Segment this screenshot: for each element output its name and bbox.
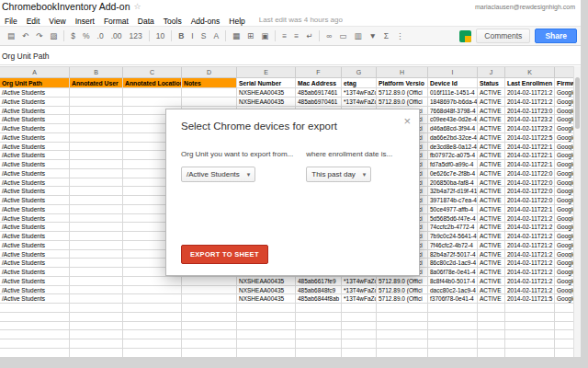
- cell[interactable]: /Active Students: [0, 241, 70, 250]
- cell[interactable]: *13T4wFaZo04vc: [342, 277, 377, 286]
- font-size-value[interactable]: 10: [153, 27, 168, 45]
- cell[interactable]: [70, 88, 123, 98]
- filter-icon[interactable]: ▼: [365, 27, 379, 45]
- cell[interactable]: [70, 115, 123, 124]
- scrollbar-thumb[interactable]: [575, 77, 580, 129]
- header-cell[interactable]: Annotated User: [70, 78, 123, 88]
- cell[interactable]: [182, 286, 237, 295]
- horizontal-align-icon[interactable]: ≡: [278, 27, 290, 45]
- enrollment-date-select[interactable]: This past day ▾: [306, 167, 371, 182]
- cell[interactable]: [182, 330, 237, 339]
- cell[interactable]: [478, 313, 505, 322]
- cell[interactable]: [505, 313, 555, 322]
- cell[interactable]: [182, 277, 237, 286]
- cell[interactable]: Google_P: [555, 286, 573, 295]
- cell[interactable]: /Active Students: [0, 286, 70, 295]
- cell[interactable]: 86c80c2d-1ac9-4: [428, 259, 478, 268]
- cell[interactable]: [237, 313, 296, 322]
- cell[interactable]: 2014-02-11T21:2: [505, 88, 555, 98]
- org-unit-select[interactable]: /Active Students ▾: [181, 167, 255, 182]
- cell[interactable]: 485ab6844f8ab: [296, 294, 342, 304]
- fill-color-icon[interactable]: ▦: [229, 27, 243, 45]
- header-cell[interactable]: Annotated Location: [123, 78, 182, 88]
- header-cell[interactable]: Firmware: [555, 78, 573, 88]
- cell[interactable]: ACTIVE: [478, 143, 505, 152]
- column-header-I[interactable]: I: [428, 67, 478, 78]
- cell[interactable]: fb07972c-a075-4: [428, 151, 478, 160]
- cell[interactable]: ACTIVE: [478, 98, 505, 107]
- cell[interactable]: /Active Students: [0, 250, 70, 259]
- menu-format[interactable]: Format: [99, 17, 133, 26]
- cell[interactable]: Google_P: [555, 214, 573, 224]
- cell[interactable]: [70, 205, 123, 214]
- paint-format-icon[interactable]: ▨: [46, 27, 61, 45]
- column-header-A[interactable]: A: [0, 67, 70, 78]
- cell[interactable]: da66e2bd-32ce-4: [428, 133, 478, 143]
- close-icon[interactable]: ×: [403, 114, 411, 128]
- cell[interactable]: d46a68cd-3f94-4: [428, 124, 478, 133]
- cell[interactable]: [70, 223, 123, 232]
- cell[interactable]: Google_P: [555, 277, 573, 286]
- export-to-sheet-button[interactable]: EXPORT TO SHEET: [181, 245, 268, 264]
- cell[interactable]: 3971874b-c7ea-4: [428, 196, 478, 205]
- cell[interactable]: *13T4wFaZo04vc: [342, 286, 377, 295]
- insert-chart-icon[interactable]: ▥: [350, 27, 365, 45]
- decrease-decimal-icon[interactable]: .0: [94, 27, 107, 45]
- cell[interactable]: /Active Students: [0, 196, 70, 205]
- cell[interactable]: NXSHEAA00435: [237, 98, 296, 107]
- cell[interactable]: [478, 339, 505, 349]
- cell[interactable]: 7b9c0c24-5641-4: [428, 232, 478, 241]
- bold-icon[interactable]: B: [175, 27, 187, 45]
- cell[interactable]: Google_P: [555, 124, 573, 133]
- cell[interactable]: [0, 304, 70, 313]
- cell[interactable]: /Active Students: [0, 143, 70, 152]
- cell[interactable]: [0, 313, 70, 322]
- cell[interactable]: [237, 322, 296, 331]
- cell[interactable]: [70, 98, 123, 107]
- cell[interactable]: ACTIVE: [478, 286, 505, 295]
- cell[interactable]: 485ab6917461: [296, 88, 342, 98]
- cell[interactable]: /Active Students: [0, 187, 70, 196]
- cell[interactable]: [123, 88, 182, 98]
- menu-help[interactable]: Help: [224, 17, 249, 26]
- cell[interactable]: [478, 322, 505, 331]
- cell[interactable]: ACTIVE: [478, 178, 505, 188]
- cell[interactable]: ACTIVE: [478, 268, 505, 277]
- cell[interactable]: 50ce4977-affb-4: [428, 205, 478, 214]
- cell[interactable]: 2014-02-11T22:0: [505, 169, 555, 178]
- cell[interactable]: 1848697b-b6da-4: [428, 98, 478, 107]
- cell[interactable]: 2014-02-11T22:5: [505, 133, 555, 143]
- cell[interactable]: /Active Students: [0, 151, 70, 160]
- cell[interactable]: 32b4a72f-d19f-41: [428, 187, 478, 196]
- cell[interactable]: [342, 330, 377, 339]
- insert-link-icon[interactable]: ∞: [322, 27, 335, 45]
- cell[interactable]: 2014-02-11T22:1: [505, 143, 555, 152]
- cell[interactable]: [123, 304, 182, 313]
- last-edit-status[interactable]: Last edit was 4 hours ago: [250, 16, 343, 24]
- cell[interactable]: [428, 322, 478, 331]
- cell[interactable]: [296, 339, 342, 349]
- cell[interactable]: 2014-02-11T23:2: [505, 115, 555, 124]
- cell[interactable]: [182, 98, 237, 107]
- cell[interactable]: /Active Students: [0, 178, 70, 188]
- column-header-F[interactable]: F: [296, 67, 342, 78]
- cell[interactable]: /Active Students: [0, 259, 70, 268]
- cell[interactable]: 2014-02-11T22:0: [505, 178, 555, 188]
- account-email[interactable]: mariaclausen@rewdesignhigh.com: [475, 4, 581, 10]
- cell[interactable]: /Active Students: [0, 133, 70, 143]
- cell[interactable]: [70, 133, 123, 143]
- cell[interactable]: Google_P: [555, 205, 573, 214]
- cell[interactable]: [70, 294, 123, 304]
- cell[interactable]: [428, 313, 478, 322]
- cell[interactable]: [70, 313, 123, 322]
- cell[interactable]: 7f46cfc2-4b72-4: [428, 241, 478, 250]
- cell[interactable]: [0, 349, 70, 357]
- cell[interactable]: [70, 277, 123, 286]
- cell[interactable]: 8c8f44b0-5017-4: [428, 277, 478, 286]
- header-cell[interactable]: Mac Address: [296, 78, 342, 88]
- column-header-L[interactable]: L: [555, 67, 573, 78]
- cell[interactable]: [70, 169, 123, 178]
- header-cell[interactable]: etag: [342, 78, 377, 88]
- cell[interactable]: [123, 294, 182, 304]
- cell[interactable]: ACTIVE: [478, 187, 505, 196]
